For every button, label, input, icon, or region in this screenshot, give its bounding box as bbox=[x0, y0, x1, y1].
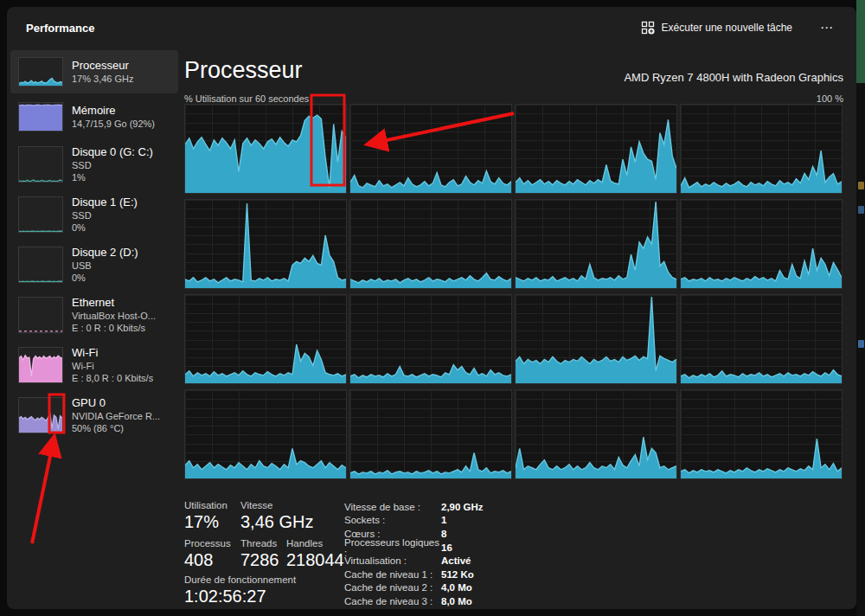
cpu-core-graph-6[interactable] bbox=[515, 199, 677, 289]
detail-value: 512 Ko bbox=[441, 569, 474, 580]
performance-sidebar: Processeur 17% 3,46 GHz Mémoire 14,7/15,… bbox=[10, 50, 178, 441]
sidebar-item-sub: 0% bbox=[72, 221, 138, 234]
sidebar-item-sub: 17% 3,46 GHz bbox=[72, 73, 134, 85]
sidebar-item-gpu-0[interactable]: GPU 0 NVIDIA GeForce R... 50% (86 °C) bbox=[10, 391, 178, 440]
detail-row: Virtualisation :Activé bbox=[344, 554, 561, 568]
cpu-core-graph-5[interactable] bbox=[349, 199, 512, 289]
disk0-mini-graph bbox=[18, 146, 63, 183]
sidebar-item-sub: 14,7/15,9 Go (92%) bbox=[72, 118, 155, 130]
sidebar-item-disque-1[interactable]: Disque 1 (E:) SSD 0% bbox=[10, 190, 178, 239]
detail-row: Sockets :1 bbox=[344, 514, 561, 528]
desktop-edge bbox=[856, 0, 865, 616]
memory-mini-graph bbox=[18, 102, 63, 132]
sidebar-item-sub: VirtualBox Host-O... bbox=[72, 310, 156, 322]
sidebar-item-wifi[interactable]: Wi-Fi Wi-Fi E : 8,0 R : 0 Kbits/s bbox=[10, 341, 178, 389]
detail-row: Cache de niveau 2 :4,0 Mo bbox=[344, 581, 561, 595]
disk2-mini-graph bbox=[18, 247, 63, 283]
uptime-label: Durée de fonctionnement bbox=[184, 574, 296, 585]
sidebar-item-sub: SSD bbox=[72, 159, 153, 171]
cpu-core-graph-11[interactable] bbox=[680, 294, 843, 384]
sidebar-item-title: Wi-Fi bbox=[72, 347, 153, 359]
detail-label: Cache de niveau 3 : bbox=[344, 596, 441, 606]
cpu-core-graph-9[interactable] bbox=[349, 294, 512, 384]
detail-row: Cache de niveau 3 :8,0 Mo bbox=[344, 594, 561, 608]
disk1-mini-graph bbox=[18, 196, 63, 233]
threads-label: Threads bbox=[240, 538, 277, 549]
cpu-core-graph-10[interactable] bbox=[515, 294, 677, 384]
sidebar-item-sub: SSD bbox=[72, 209, 138, 221]
cpu-core-graph-13[interactable] bbox=[349, 389, 512, 479]
cpu-core-graph-8[interactable] bbox=[184, 294, 347, 384]
more-options-button[interactable]: ⋯ bbox=[810, 16, 844, 39]
sidebar-item-disque-0[interactable]: Disque 0 (G: C:) SSD 1% bbox=[10, 140, 178, 189]
sidebar-item-title: GPU 0 bbox=[72, 397, 160, 409]
vitesse-value: 3,46 GHz bbox=[240, 512, 313, 532]
sidebar-item-sub: 1% bbox=[72, 171, 153, 183]
sidebar-item-ethernet[interactable]: Ethernet VirtualBox Host-O... E : 0 R : … bbox=[10, 291, 178, 339]
detail-row: Processeurs logiques :16 bbox=[344, 541, 561, 555]
run-new-task-label: Exécuter une nouvelle tâche bbox=[662, 22, 792, 34]
detail-label: Cache de niveau 2 : bbox=[344, 582, 441, 593]
chart-max-label: 100 % bbox=[817, 93, 843, 104]
wifi-mini-graph bbox=[18, 347, 63, 383]
detail-label: Virtualisation : bbox=[344, 555, 441, 566]
sidebar-item-sub: 0% bbox=[72, 272, 138, 284]
new-task-icon bbox=[641, 21, 655, 35]
cpu-core-graph-2[interactable] bbox=[515, 104, 677, 194]
cpu-panel-title: Processeur bbox=[184, 57, 303, 84]
sidebar-item-sub: 50% (86 °C) bbox=[72, 422, 160, 434]
detail-value: 2,90 GHz bbox=[441, 502, 484, 512]
sidebar-item-sub: Wi-Fi bbox=[72, 360, 153, 372]
detail-value: 1 bbox=[441, 515, 446, 525]
detail-label: Processeurs logiques : bbox=[344, 537, 441, 558]
sidebar-item-processeur[interactable]: Processeur 17% 3,46 GHz bbox=[10, 50, 178, 93]
uptime-value: 1:02:56:27 bbox=[184, 587, 266, 606]
sidebar-item-memoire[interactable]: Mémoire 14,7/15,9 Go (92%) bbox=[10, 95, 178, 138]
cpu-core-graph-14[interactable] bbox=[515, 389, 677, 479]
run-new-task-button[interactable]: Exécuter une nouvelle tâche bbox=[632, 16, 801, 40]
handles-value: 218044 bbox=[286, 550, 344, 570]
gpu-mini-graph bbox=[18, 397, 63, 433]
processus-value: 408 bbox=[184, 550, 213, 570]
cpu-model-name: AMD Ryzen 7 4800H with Radeon Graphics bbox=[624, 71, 843, 84]
detail-value: 8 bbox=[441, 529, 446, 539]
sidebar-item-sub: NVIDIA GeForce R... bbox=[72, 410, 160, 422]
sidebar-item-disque-2[interactable]: Disque 2 (D:) USB 0% bbox=[10, 241, 178, 289]
cpu-core-graph-0[interactable] bbox=[184, 104, 347, 194]
cpu-performance-panel: Processeur AMD Ryzen 7 4800H with Radeon… bbox=[184, 57, 849, 609]
processus-label: Processus bbox=[184, 538, 231, 549]
sidebar-item-sub: E : 8,0 R : 0 Kbits/s bbox=[72, 372, 153, 384]
detail-value: 4,0 Mo bbox=[441, 582, 472, 593]
cpu-core-graph-4[interactable] bbox=[184, 199, 347, 289]
page-title: Performance bbox=[26, 22, 94, 35]
sidebar-item-title: Processeur bbox=[72, 60, 134, 72]
detail-value: Activé bbox=[441, 555, 471, 566]
cpu-core-graph-3[interactable] bbox=[680, 104, 843, 194]
sidebar-item-sub: USB bbox=[72, 260, 138, 272]
sidebar-item-sub: E : 0 R : 0 Kbits/s bbox=[72, 322, 156, 334]
title-bar: Performance Exécuter une nouvelle tâche … bbox=[7, 7, 856, 48]
detail-label: Vitesse de base : bbox=[344, 502, 441, 512]
chart-axis-label: % Utilisation sur 60 secondes bbox=[184, 93, 309, 104]
cpu-core-graph-7[interactable] bbox=[680, 199, 843, 289]
handles-label: Handles bbox=[286, 538, 323, 549]
background-speck bbox=[858, 206, 864, 214]
cpu-details-table: Vitesse de base :2,90 GHz Sockets :1 Cœu… bbox=[344, 500, 561, 608]
detail-label: Sockets : bbox=[344, 515, 441, 525]
sidebar-item-title: Mémoire bbox=[72, 105, 155, 117]
sidebar-item-title: Disque 2 (D:) bbox=[72, 247, 138, 259]
detail-row: Vitesse de base :2,90 GHz bbox=[344, 500, 561, 514]
ethernet-mini-graph bbox=[18, 297, 63, 333]
background-window-sliver bbox=[856, 0, 865, 83]
vitesse-label: Vitesse bbox=[240, 500, 273, 510]
detail-label: Cache de niveau 1 : bbox=[344, 569, 441, 580]
cpu-core-graph-1[interactable] bbox=[349, 104, 512, 194]
cpu-mini-graph bbox=[18, 57, 63, 87]
cpu-core-graph-15[interactable] bbox=[680, 389, 843, 479]
utilisation-label: Utilisation bbox=[184, 500, 227, 510]
background-speck bbox=[858, 340, 864, 348]
task-manager-window: Performance Exécuter une nouvelle tâche … bbox=[7, 7, 856, 609]
cpu-core-graph-12[interactable] bbox=[184, 389, 347, 479]
utilisation-value: 17% bbox=[184, 512, 219, 532]
detail-value: 8,0 Mo bbox=[441, 596, 472, 606]
